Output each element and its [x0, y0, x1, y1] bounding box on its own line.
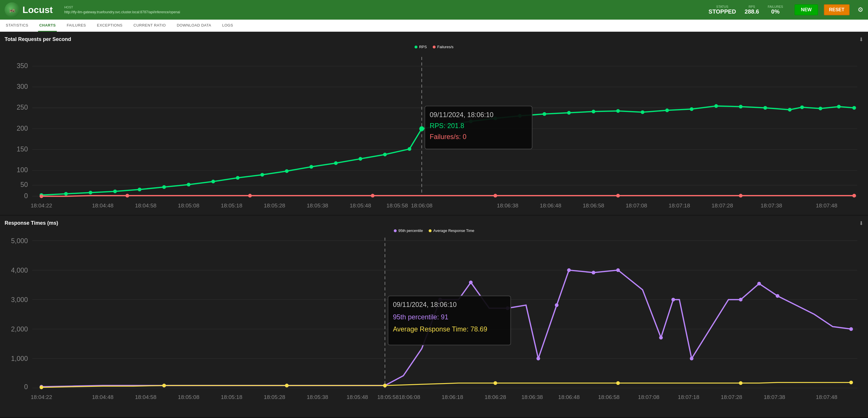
- failures-label: FAILURES: [768, 5, 783, 8]
- svg-text:18:07:28: 18:07:28: [711, 203, 733, 209]
- rps-chart-title: Total Requests per Second: [5, 36, 863, 42]
- logo-icon: 🦗: [5, 2, 20, 17]
- svg-point-26: [260, 173, 264, 177]
- svg-text:18:04:48: 18:04:48: [92, 203, 114, 209]
- svg-point-112: [757, 282, 761, 286]
- p95-legend-label: 95th percentile: [398, 229, 423, 233]
- svg-text:0: 0: [24, 192, 28, 200]
- svg-text:18:04:22: 18:04:22: [31, 394, 52, 400]
- failures-dot: [433, 46, 436, 49]
- svg-text:18:06:48: 18:06:48: [540, 203, 562, 209]
- logo-area: 🦗 Locust: [5, 2, 53, 17]
- svg-text:18:07:08: 18:07:08: [625, 203, 647, 209]
- svg-point-41: [616, 109, 620, 113]
- svg-point-24: [211, 180, 215, 183]
- svg-point-29: [334, 161, 338, 165]
- svg-point-111: [739, 298, 743, 301]
- rps-legend-label: RPS: [419, 45, 427, 49]
- svg-text:18:06:08: 18:06:08: [411, 203, 433, 209]
- svg-text:1,000: 1,000: [11, 355, 28, 363]
- rps-value: 288.6: [745, 8, 759, 15]
- svg-text:18:05:58: 18:05:58: [377, 394, 399, 400]
- svg-text:18:04:58: 18:04:58: [135, 394, 157, 400]
- svg-text:18:07:48: 18:07:48: [816, 203, 837, 209]
- svg-text:3,000: 3,000: [11, 296, 28, 303]
- svg-text:0: 0: [24, 383, 28, 391]
- reset-button[interactable]: RESET: [824, 4, 849, 15]
- svg-text:2,000: 2,000: [11, 325, 28, 333]
- svg-point-49: [800, 105, 804, 109]
- svg-text:4,000: 4,000: [11, 267, 28, 274]
- svg-text:18:05:18: 18:05:18: [221, 394, 243, 400]
- svg-text:18:06:28: 18:06:28: [485, 394, 506, 400]
- svg-text:18:07:28: 18:07:28: [721, 394, 742, 400]
- svg-point-23: [187, 183, 191, 186]
- svg-point-42: [641, 110, 645, 114]
- svg-point-114: [849, 327, 853, 331]
- svg-point-38: [542, 112, 546, 116]
- svg-point-110: [690, 357, 693, 361]
- svg-point-22: [162, 185, 166, 189]
- svg-point-116: [162, 384, 166, 387]
- nav-failures[interactable]: FAILURES: [65, 20, 87, 32]
- svg-point-53: [39, 195, 43, 198]
- status-label: STATUS: [709, 5, 736, 8]
- svg-text:95th percentile: 91: 95th percentile: 91: [393, 313, 448, 321]
- response-download-icon[interactable]: ⬇: [859, 220, 863, 227]
- response-chart-svg: 5,000 4,000 3,000 2,000 1,000 0: [5, 235, 863, 413]
- svg-text:18:04:22: 18:04:22: [31, 203, 52, 209]
- svg-point-105: [567, 268, 571, 272]
- svg-point-44: [690, 107, 693, 111]
- rps-download-icon[interactable]: ⬇: [859, 36, 863, 43]
- svg-point-55: [248, 194, 252, 198]
- svg-text:18:07:18: 18:07:18: [678, 394, 700, 400]
- status-block: STATUS STOPPED RPS 288.6 FAILURES 0%: [709, 5, 783, 15]
- host-info: HOST http://tfy-llm-gateway.truefoundry.…: [64, 5, 180, 15]
- svg-text:18:04:58: 18:04:58: [135, 203, 157, 209]
- nav-download-data[interactable]: DOWNLOAD DATA: [176, 20, 212, 32]
- p95-dot: [394, 229, 397, 232]
- charts-area: Total Requests per Second ⬇ RPS Failures…: [0, 32, 868, 418]
- svg-text:150: 150: [17, 145, 28, 153]
- svg-text:Average Response Time: 78.69: Average Response Time: 78.69: [393, 325, 487, 333]
- svg-point-54: [125, 194, 129, 198]
- svg-point-50: [819, 107, 823, 111]
- svg-point-118: [383, 384, 387, 387]
- svg-point-47: [763, 106, 767, 110]
- new-button[interactable]: NEW: [795, 4, 818, 15]
- svg-text:09/11/2024, 18:06:10: 09/11/2024, 18:06:10: [430, 111, 494, 119]
- svg-point-33: [419, 126, 424, 131]
- rps-dot: [414, 46, 417, 49]
- svg-point-117: [285, 384, 288, 387]
- response-chart-container: Response Times (ms) ⬇ 95th percentile Av…: [0, 215, 868, 418]
- svg-point-103: [536, 357, 540, 361]
- svg-text:18:05:48: 18:05:48: [350, 203, 371, 209]
- svg-point-101: [469, 281, 473, 285]
- svg-point-121: [739, 381, 743, 385]
- svg-point-59: [739, 194, 743, 198]
- svg-point-56: [371, 194, 374, 198]
- svg-text:18:06:48: 18:06:48: [558, 394, 580, 400]
- rps-chart-container: Total Requests per Second ⬇ RPS Failures…: [0, 32, 868, 215]
- nav-charts[interactable]: CHARTS: [38, 20, 57, 32]
- status-value: STOPPED: [709, 8, 736, 15]
- settings-button[interactable]: ⚙: [858, 6, 863, 13]
- rps-legend-failures: Failures/s: [433, 45, 454, 49]
- failures-stat: FAILURES 0%: [768, 5, 783, 15]
- svg-point-48: [788, 108, 792, 112]
- failures-legend-label: Failures/s: [437, 45, 454, 49]
- svg-point-115: [39, 386, 43, 389]
- svg-text:18:06:18: 18:06:18: [442, 394, 463, 400]
- app-header: 🦗 Locust HOST http://tfy-llm-gateway.tru…: [0, 0, 868, 20]
- svg-text:18:05:38: 18:05:38: [307, 394, 328, 400]
- nav-current-ratio[interactable]: CURRENT RATIO: [132, 20, 167, 32]
- svg-text:18:06:08: 18:06:08: [399, 394, 420, 400]
- svg-text:300: 300: [17, 83, 28, 90]
- svg-point-21: [138, 188, 142, 191]
- svg-text:18:06:38: 18:06:38: [522, 394, 543, 400]
- nav-exceptions[interactable]: EXCEPTIONS: [96, 20, 124, 32]
- nav-statistics[interactable]: STATISTICS: [5, 20, 29, 32]
- nav-logs[interactable]: LOGS: [221, 20, 235, 32]
- rps-chart-svg: 350 300 250 200 150 100 50 0: [5, 51, 863, 210]
- failures-value: 0%: [768, 8, 783, 15]
